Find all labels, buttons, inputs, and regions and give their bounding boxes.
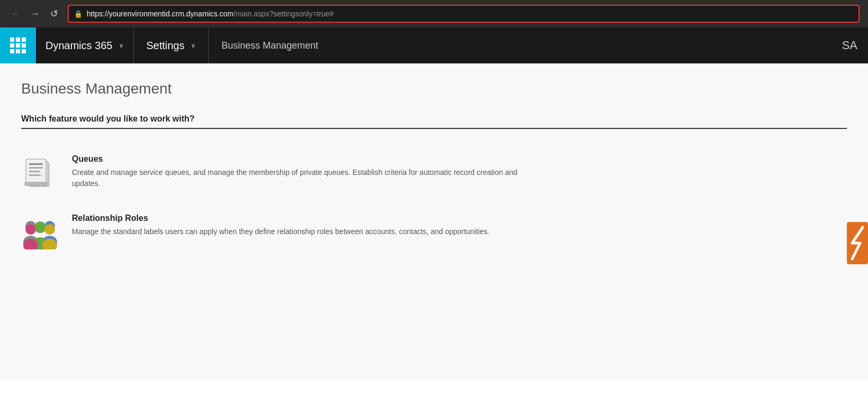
waffle-grid (10, 38, 26, 53)
feature-item-relationship-roles[interactable]: Relationship Roles Manage the standard l… (21, 203, 847, 262)
relationship-roles-text: Relationship Roles Manage the standard l… (72, 214, 847, 237)
brand-button[interactable]: Dynamics 365 ∨ (36, 27, 134, 63)
waffle-dot (16, 49, 20, 53)
svg-rect-4 (29, 167, 43, 169)
svg-rect-7 (25, 182, 47, 186)
refresh-button[interactable]: ↺ (47, 6, 61, 21)
avatar[interactable]: SA (832, 27, 868, 63)
waffle-dot (22, 49, 26, 53)
svg-rect-3 (29, 163, 43, 165)
relationship-roles-title: Relationship Roles (72, 214, 847, 223)
right-edge-icon[interactable] (847, 222, 868, 266)
svg-rect-6 (29, 174, 41, 176)
waffle-dot (22, 38, 26, 42)
app-header: Dynamics 365 ∨ Settings ∨ Business Manag… (0, 27, 868, 63)
main-content: Business Management Which feature would … (0, 63, 868, 381)
queues-text: Queues Create and manage service queues,… (72, 154, 847, 189)
queues-icon (21, 154, 59, 192)
waffle-dot (10, 38, 14, 42)
settings-nav[interactable]: Settings ∨ (134, 27, 209, 63)
lock-icon: 🔒 (74, 10, 82, 18)
page-title: Business Management (21, 80, 847, 97)
waffle-dot (22, 43, 26, 48)
svg-point-12 (34, 221, 46, 233)
relationship-roles-icon (21, 214, 59, 252)
waffle-dot (16, 43, 20, 48)
brand-chevron-icon: ∨ (119, 42, 124, 49)
svg-point-16 (44, 224, 55, 235)
header-section-text: Business Management (221, 40, 318, 51)
relationship-roles-desc: Manage the standard labels users can app… (72, 226, 548, 237)
feature-item-queues[interactable]: Queues Create and manage service queues,… (21, 144, 847, 203)
waffle-dot (16, 38, 20, 42)
queues-title: Queues (72, 154, 847, 164)
waffle-dot (10, 43, 14, 48)
waffle-dot (10, 49, 14, 53)
address-bar[interactable]: 🔒 https://yourenvironmentid.crm.dynamics… (68, 5, 860, 23)
header-section: Business Management (209, 27, 832, 63)
brand-label: Dynamics 365 (45, 40, 113, 52)
back-button[interactable]: ← (8, 6, 23, 21)
feature-list: Queues Create and manage service queues,… (21, 144, 847, 262)
forward-button[interactable]: → (27, 6, 42, 21)
address-dim: /main.aspx?settingsonly=true# (234, 10, 334, 18)
svg-rect-5 (29, 171, 40, 172)
address-highlight: https://yourenvironmentid.crm.dynamics.c… (87, 10, 234, 18)
settings-label: Settings (146, 40, 184, 52)
browser-chrome: ← → ↺ 🔒 https://yourenvironmentid.crm.dy… (0, 0, 868, 27)
svg-point-14 (25, 224, 36, 235)
section-question: Which feature would you like to work wit… (21, 114, 847, 129)
nav-buttons: ← → ↺ (8, 6, 61, 21)
queues-desc: Create and manage service queues, and ma… (72, 167, 548, 189)
waffle-button[interactable] (0, 27, 36, 63)
settings-chevron-icon: ∨ (191, 42, 196, 49)
